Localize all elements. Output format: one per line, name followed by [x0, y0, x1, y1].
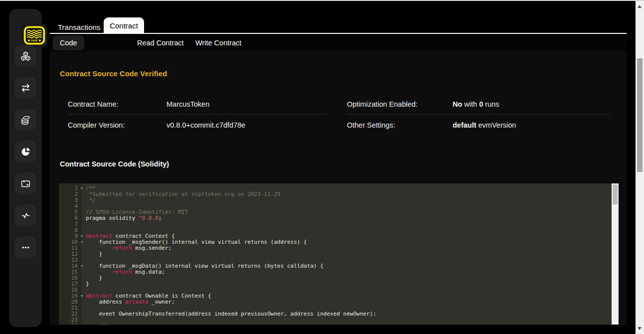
fold-spacer	[78, 275, 86, 281]
fold-spacer	[78, 305, 86, 311]
fold-arrow-icon[interactable]: ▼	[78, 185, 86, 191]
fold-spacer	[78, 215, 86, 221]
code-text: return msg.data;	[86, 269, 612, 275]
info-label: Contract Name:	[68, 100, 166, 108]
code-line: 15 return msg.data;	[59, 269, 612, 275]
fold-spacer	[78, 203, 86, 209]
scrollbar-down-arrow[interactable]	[638, 327, 642, 330]
fold-spacer	[78, 197, 86, 203]
solidity-code-editor[interactable]: 1▼/**2 *Submitted for verification at sc…	[59, 183, 619, 325]
brand-logo[interactable]	[21, 23, 47, 47]
fold-spacer	[78, 221, 86, 227]
scrollbar-up-arrow[interactable]	[638, 5, 642, 8]
window-top-edge	[0, 0, 644, 1]
fold-spacer	[78, 269, 86, 275]
info-row: Compiler Version:v0.8.0+commit.c7dfd78e	[68, 115, 327, 135]
wallet-icon[interactable]	[14, 172, 36, 194]
contract-subtab-bar: Code Read Contract Write Contract	[50, 34, 627, 51]
activity-pulse-icon[interactable]	[14, 204, 36, 226]
contract-info-right: Optimization Enabled:No with 0 runsOther…	[347, 94, 611, 135]
page-scrollbar-thumb[interactable]	[637, 58, 643, 172]
fold-spacer	[78, 227, 86, 233]
code-text: // SPDX-License-Identifier: MIT	[86, 209, 612, 215]
fold-arrow-icon[interactable]: ▼	[78, 323, 86, 325]
fold-spacer	[78, 191, 86, 197]
page-scrollbar[interactable]	[636, 1, 644, 334]
code-text: */	[86, 197, 612, 203]
code-text: event OwnershipTransferred(address index…	[86, 311, 612, 317]
contract-info-left: Contract Name:MarcusTokenCompiler Versio…	[68, 94, 327, 135]
fold-spacer	[78, 299, 86, 305]
code-line: 16 }	[59, 275, 612, 281]
transactions-swap-icon[interactable]	[14, 77, 36, 99]
tokens-coins-icon[interactable]	[14, 109, 36, 131]
line-number: 24	[59, 323, 78, 325]
info-value: MarcusToken	[166, 100, 209, 108]
more-ellipsis-icon[interactable]	[14, 236, 36, 258]
info-row: Other Settings:default evmVersion	[347, 115, 611, 135]
info-row: Contract Name:MarcusToken	[68, 94, 327, 115]
code-text: address private _owner;	[86, 299, 612, 305]
code-text: return msg.sender;	[86, 245, 612, 251]
code-line: 2 *Submitted for verification at scpttok…	[59, 191, 612, 197]
fold-spacer	[78, 311, 86, 317]
code-line: 3 */	[59, 197, 612, 203]
info-value: default evmVersion	[453, 121, 516, 129]
code-line: 23	[59, 317, 612, 323]
code-line: 11 return msg.sender;	[59, 245, 612, 251]
info-label: Optimization Enabled:	[347, 100, 453, 108]
fold-spacer	[78, 245, 86, 251]
fold-spacer	[78, 317, 86, 323]
info-row: Optimization Enabled:No with 0 runs	[347, 94, 611, 115]
fold-arrow-icon[interactable]: ▼	[78, 293, 86, 299]
fold-arrow-icon[interactable]: ▼	[78, 263, 86, 269]
info-label: Compiler Version:	[68, 121, 166, 129]
code-line: 17}	[59, 281, 612, 287]
code-line: 20 address private _owner;	[59, 299, 612, 305]
code-line: 7	[59, 221, 612, 227]
code-line: 22 event OwnershipTransferred(address in…	[59, 311, 612, 317]
subtab-read-contract[interactable]: Read Contract	[137, 35, 184, 50]
fold-spacer	[78, 209, 86, 215]
code-text: }	[86, 251, 612, 257]
fold-spacer	[78, 251, 86, 257]
code-text: /**	[86, 323, 612, 325]
code-text	[86, 221, 612, 227]
fold-arrow-icon[interactable]: ▼	[78, 233, 86, 239]
code-text: *Submitted for verification at scpttoken…	[86, 191, 612, 197]
editor-scrollbar[interactable]	[612, 183, 619, 325]
code-line: 6pragma solidity ^0.8.0;	[59, 215, 612, 221]
fold-spacer	[78, 281, 86, 287]
fold-spacer	[78, 257, 86, 263]
fold-arrow-icon[interactable]: ▼	[78, 239, 86, 245]
subtab-code[interactable]: Code	[53, 35, 84, 50]
contract-code-panel: Contract Source Code Verified Contract N…	[50, 51, 627, 325]
code-text: }	[86, 275, 612, 281]
code-text	[86, 317, 612, 323]
blocks-icon[interactable]	[14, 45, 36, 67]
subtab-write-contract[interactable]: Write Contract	[195, 35, 241, 50]
info-label: Other Settings:	[347, 121, 453, 129]
info-value: No with 0 runs	[453, 100, 499, 108]
source-code-header: Contract Source Code (Solidity)	[60, 160, 169, 168]
code-line: 12 }	[59, 251, 612, 257]
verified-banner: Contract Source Code Verified	[60, 70, 167, 78]
tab-transactions[interactable]: Transactions	[58, 21, 100, 34]
editor-scrollbar-thumb[interactable]	[613, 184, 618, 204]
pie-chart-icon[interactable]	[14, 141, 36, 163]
fold-spacer	[78, 287, 86, 293]
code-text: }	[86, 281, 612, 287]
tab-contract[interactable]: Contract	[104, 17, 144, 34]
info-value: v0.8.0+commit.c7dfd78e	[166, 121, 245, 129]
sidebar	[9, 9, 42, 327]
code-line: 24▼ /**	[59, 323, 612, 325]
code-text: pragma solidity ^0.8.0;	[86, 215, 612, 221]
